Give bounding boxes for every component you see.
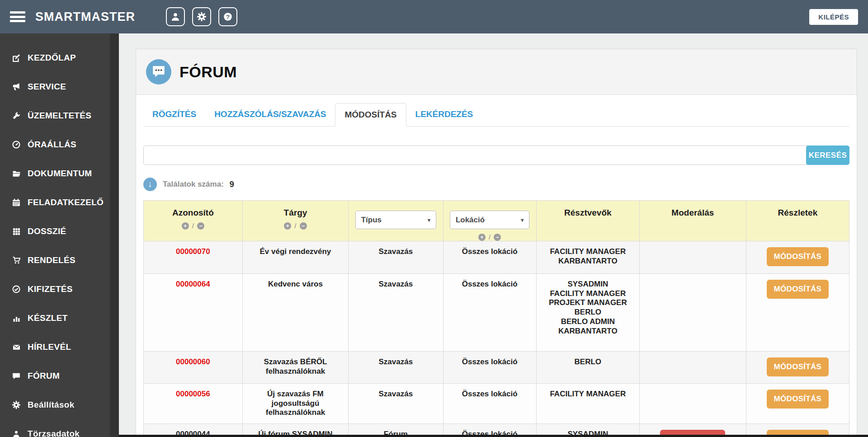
folder-icon	[12, 169, 21, 178]
sidebar-item-dosszie[interactable]: DOSSZIÉ	[0, 217, 119, 246]
sidebar-item-label: Törzsadatok	[28, 429, 80, 437]
sort-desc-icon[interactable]: −	[197, 222, 204, 230]
cell-details: MÓDOSÍTÁS	[746, 384, 849, 424]
sidebar-item-label: KIFIZETÉS	[28, 284, 73, 294]
modify-button[interactable]: MÓDOSÍTÁS	[767, 357, 829, 376]
cell-id: 00000070	[144, 241, 243, 274]
modify-button[interactable]: MÓDOSÍTÁS	[767, 247, 829, 266]
column-label: Részletek	[746, 208, 849, 218]
cell-subject: Új szavazás FM jogosultságú felhasználók…	[242, 384, 348, 424]
grid-icon	[12, 228, 21, 235]
main-content: FÓRUM RÖGZÍTÉS HOZZÁSZÓLÁS/SZAVAZÁS MÓDO…	[119, 33, 868, 437]
sidebar-item-label: ÓRAÁLLÁS	[28, 140, 76, 150]
cell-participants: BERLO	[536, 352, 639, 384]
calendar-icon	[12, 198, 21, 207]
table-row: 00000070 Év végi rendezvény Szavazás Öss…	[144, 241, 849, 274]
sidebar-item-beallitasok[interactable]: Beállítások	[0, 390, 119, 419]
cell-moderation	[639, 274, 746, 352]
collapse-down-icon[interactable]: ↓	[143, 178, 157, 191]
bar-chart-icon	[12, 315, 21, 322]
table-row: 00000064 Kedvenc város Szavazás Összes l…	[144, 274, 849, 352]
cell-participants: FACILITY MANAGER KARBANTARTO	[536, 241, 639, 274]
tab-modositas[interactable]: MÓDOSÍTÁS	[335, 103, 406, 127]
select-value: Típus	[361, 216, 382, 225]
sidebar-item-oraallas[interactable]: ÓRAÁLLÁS	[0, 130, 119, 159]
tab-rogzites[interactable]: RÖGZÍTÉS	[143, 103, 205, 126]
chat-icon	[12, 372, 21, 380]
app-brand: SMARTMASTER	[35, 10, 135, 24]
cell-type: Szavazás	[349, 352, 443, 384]
envelope-icon	[12, 343, 21, 351]
cell-location: Összes lokáció	[443, 384, 536, 424]
top-navbar: SMARTMASTER	[0, 0, 868, 33]
cell-id: 00000060	[144, 352, 243, 384]
svg-text:?: ?	[226, 14, 230, 20]
page-header: FÓRUM	[136, 49, 857, 95]
modify-button[interactable]: MÓDOSÍTÁS	[767, 280, 829, 299]
tab-bar: RÖGZÍTÉS HOZZÁSZÓLÁS/SZAVAZÁS MÓDOSÍTÁS …	[143, 103, 849, 127]
hamburger-menu-icon[interactable]	[10, 11, 25, 22]
gear-icon	[12, 401, 21, 409]
tab-hozzaszolas-szavazas[interactable]: HOZZÁSZÓLÁS/SZAVAZÁS	[205, 103, 335, 126]
sort-separator: /	[294, 222, 296, 230]
search-input[interactable]	[143, 146, 808, 165]
modify-button[interactable]: MÓDOSÍTÁS	[767, 390, 829, 409]
sidebar-item-forum[interactable]: FÓRUM	[0, 362, 119, 390]
sort-desc-icon[interactable]: −	[300, 222, 307, 230]
cell-location: Összes lokáció	[443, 241, 536, 274]
sidebar-item-kezdolap[interactable]: KEZDŐLAP	[0, 43, 119, 72]
sidebar-item-keszlet[interactable]: KÉSZLET	[0, 304, 119, 333]
logout-button[interactable]: KILÉPÉS	[809, 9, 858, 25]
select-value: Lokáció	[456, 216, 485, 225]
sidebar-item-torzsadatok[interactable]: Törzsadatok	[0, 419, 119, 437]
sidebar-item-feladatkezelo[interactable]: FELADATKEZELŐ	[0, 188, 119, 217]
sort-asc-icon[interactable]: +	[284, 222, 291, 230]
tab-lekerdezes[interactable]: LEKÉRDEZÉS	[406, 103, 482, 126]
cell-details: MÓDOSÍTÁS	[746, 352, 849, 384]
sidebar-nav: KEZDŐLAP SERVICE ÜZEMELTETÉS	[0, 33, 119, 437]
results-summary: ↓ Találatok száma: 9	[143, 178, 849, 191]
sort-separator: /	[192, 222, 194, 230]
search-button[interactable]: KERESÉS	[806, 146, 849, 165]
check-circle-icon	[12, 285, 21, 293]
forum-chat-icon	[146, 59, 171, 85]
sidebar-item-service[interactable]: SERVICE	[0, 72, 119, 101]
lokacio-filter-select[interactable]: Lokáció ▾	[450, 211, 530, 229]
gauge-icon	[12, 141, 21, 149]
page-title: FÓRUM	[179, 63, 237, 81]
column-header-reszletek: Részletek	[746, 201, 849, 241]
sidebar-item-label: FÓRUM	[28, 371, 60, 381]
column-label: Moderálás	[640, 208, 746, 218]
cart-icon	[12, 256, 21, 264]
viewport-bottom-edge	[119, 435, 868, 437]
sidebar-item-rendeles[interactable]: RENDELÉS	[0, 246, 119, 275]
sort-asc-icon[interactable]: +	[478, 234, 486, 241]
sidebar-item-dokumentum[interactable]: DOKUMENTUM	[0, 159, 119, 188]
user-profile-button[interactable]	[166, 7, 185, 26]
sidebar-item-label: DOKUMENTUM	[28, 169, 92, 179]
question-icon: ?	[223, 12, 232, 21]
tipus-filter-select[interactable]: Típus ▾	[355, 211, 436, 229]
sidebar-item-uzemeltetes[interactable]: ÜZEMELTETÉS	[0, 101, 119, 130]
sidebar-item-label: DOSSZIÉ	[28, 226, 66, 236]
cell-subject: Szavazás BÉRŐL felhasználóknak	[242, 352, 348, 384]
help-button[interactable]: ?	[218, 7, 237, 26]
sidebar-item-label: RENDELÉS	[28, 255, 75, 265]
sort-asc-icon[interactable]: +	[182, 222, 189, 230]
sidebar-item-label: ÜZEMELTETÉS	[28, 111, 91, 121]
gear-icon	[197, 12, 206, 21]
cell-id: 00000056	[144, 384, 243, 424]
results-count: 9	[230, 180, 234, 189]
column-label: Tárgy	[243, 208, 348, 218]
wrench-icon	[12, 112, 21, 120]
sort-desc-icon[interactable]: −	[494, 234, 501, 241]
column-header-moderalas: Moderálás	[639, 201, 746, 241]
cell-moderation	[639, 352, 746, 384]
sidebar-item-kifizetes[interactable]: KIFIZETÉS	[0, 275, 119, 304]
sidebar-item-label: KEZDŐLAP	[28, 53, 76, 63]
cell-type: Szavazás	[349, 241, 443, 274]
forum-table: Azonosító + / − Tárgy + / −	[143, 200, 849, 437]
user-icon	[171, 12, 180, 21]
settings-button[interactable]	[192, 7, 211, 26]
sidebar-item-hirlevel[interactable]: HÍRLEVÉL	[0, 333, 119, 362]
